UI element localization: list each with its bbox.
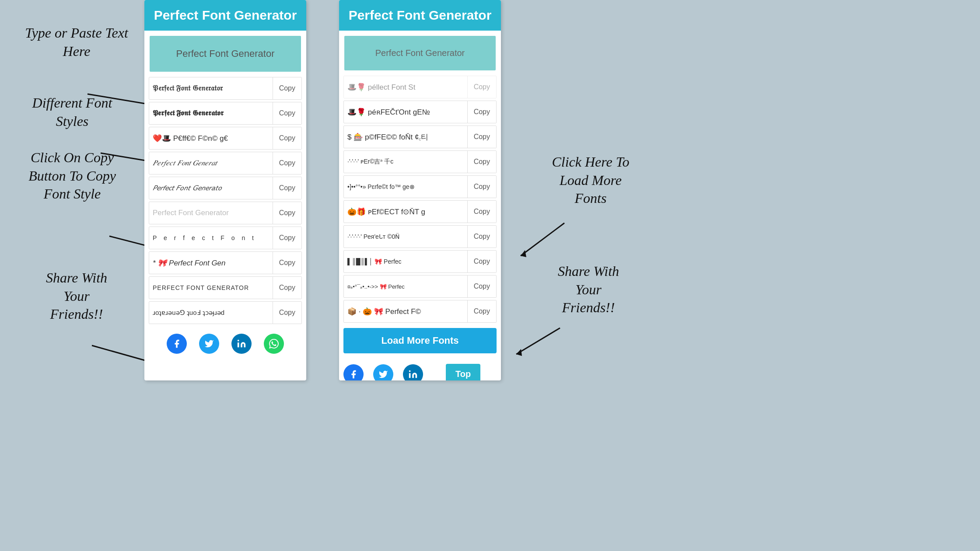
twitter-icon-left[interactable] <box>199 334 219 354</box>
copy-btn-7[interactable]: Copy <box>273 227 301 249</box>
annotation-share-right: Share WithYourFriends!! <box>523 262 654 317</box>
font-text-r8: ¤ₐ•°¯ₐ•..•->> 🎀 Perfec <box>344 282 467 292</box>
top-button[interactable]: Top <box>446 364 480 380</box>
copy-btn-r9[interactable]: Copy <box>467 300 496 322</box>
copy-btn-r1[interactable]: Copy <box>467 101 496 123</box>
font-row-10: ɹoʇɐɹǝuǝ⅁ ʇuoℲ ʇɔǝɟɹǝd Copy <box>149 301 302 324</box>
linkedin-icon-right[interactable] <box>403 364 423 381</box>
font-text-r3: ·'·'·'·' ᴘEr©️吉ᵃ 千c <box>344 156 467 167</box>
copy-btn-10[interactable]: Copy <box>273 302 301 324</box>
font-row-r8: ¤ₐ•°¯ₐ•..•->> 🎀 Perfec Copy <box>343 275 497 298</box>
font-row-1: 𝔓𝔢𝔯𝔣𝔢𝔠𝔱 𝔉𝔬𝔫𝔱 𝔊𝔢𝔫𝔢𝔯𝔞𝔱𝔬𝔯 Copy <box>149 77 302 100</box>
annotation-load-more: Click Here ToLoad MoreFonts <box>523 153 658 208</box>
annotation-share-left: Share WithYourFriends!! <box>18 269 136 324</box>
font-row-r3: ·'·'·'·' ᴘEr©️吉ᵃ 千c Copy <box>343 150 497 173</box>
arrow-load-more <box>481 210 612 262</box>
panel-left: Perfect Font Generator Perfect Font Gene… <box>144 0 306 380</box>
font-row-r7: ▌║█║▌│ 🎀 Perfec Copy <box>343 250 497 273</box>
copy-btn-r4[interactable]: Copy <box>467 176 496 198</box>
copy-btn-r8[interactable]: Copy <box>467 276 496 297</box>
copy-btn-r2[interactable]: Copy <box>467 126 496 148</box>
twitter-icon-right[interactable] <box>373 364 393 381</box>
facebook-icon-left[interactable] <box>167 334 187 354</box>
svg-marker-13 <box>516 349 522 356</box>
font-text-10: ɹoʇɐɹǝuǝ⅁ ʇuoℲ ʇɔǝɟɹǝd <box>149 307 273 318</box>
font-row-r2: $ 🎰 p©️fFE©️© foŇt ¢꜀티 Copy <box>343 126 497 148</box>
panel-right-header: Perfect Font Generator <box>339 0 501 31</box>
font-text-3: ❤️🎩 P€ff€©️ F©️n© g€ <box>149 132 273 145</box>
font-text-5: 𝘗𝘦𝘳𝘧𝘦𝘤𝘵 𝘍𝘰𝘯𝘵 𝘎𝘦𝘯𝘦𝘳𝘢𝘵𝘰 <box>149 182 273 194</box>
font-text-r6: ·'·'·'·'·' Pея'еᒐт ©️0N̈ <box>344 231 467 242</box>
copy-btn-r7[interactable]: Copy <box>467 251 496 272</box>
copy-btn-5[interactable]: Copy <box>273 177 301 199</box>
font-text-r0: 🎩🌹 péllect Font St <box>344 81 467 94</box>
annotation-font-styles: Different FontStyles <box>4 94 140 130</box>
copy-btn-1[interactable]: Copy <box>273 77 301 99</box>
copy-btn-2[interactable]: Copy <box>273 102 301 124</box>
panel-right: Perfect Font Generator Perfect Font Gene… <box>339 0 501 380</box>
svg-point-9 <box>409 370 411 372</box>
copy-btn-4[interactable]: Copy <box>273 152 301 174</box>
whatsapp-icon-left[interactable] <box>264 334 284 354</box>
svg-point-8 <box>238 340 239 342</box>
copy-btn-r3[interactable]: Copy <box>467 151 496 173</box>
linkedin-icon-left[interactable] <box>231 334 252 354</box>
social-bar-left <box>144 328 306 361</box>
font-row-8: * 🎀 Perfect Font Gen Copy <box>149 251 302 274</box>
panel-left-input[interactable]: Perfect Font Generator <box>150 36 301 72</box>
font-row-4: 𝑃𝑒𝑟𝑓𝑒𝑐𝑡 𝐹𝑜𝑛𝑡 𝐺𝑒𝑛𝑒𝑟𝑎𝑡 Copy <box>149 152 302 174</box>
font-row-5: 𝘗𝘦𝘳𝘧𝘦𝘤𝘵 𝘍𝘰𝘯𝘵 𝘎𝘦𝘯𝘦𝘳𝘢𝘵𝘰 Copy <box>149 177 302 199</box>
font-text-r2: $ 🎰 p©️fFE©️© foŇt ¢꜀티 <box>344 130 467 144</box>
font-row-2: 𝕻𝖊𝖗𝖋𝖊𝖈𝖙 𝕱𝖔𝖓𝖙 𝕲𝖊𝖓𝖊𝖗𝖆𝖙𝖔𝖗 Copy <box>149 102 302 125</box>
svg-line-12 <box>516 328 560 354</box>
svg-line-10 <box>521 223 564 256</box>
font-row-9: PERFECT FONT GENERATOR Copy <box>149 276 302 299</box>
copy-btn-6[interactable]: Copy <box>273 202 301 224</box>
font-text-8: * 🎀 Perfect Font Gen <box>149 257 273 269</box>
font-text-r7: ▌║█║▌│ 🎀 Perfec <box>344 256 467 267</box>
copy-btn-3[interactable]: Copy <box>273 127 301 149</box>
font-text-r4: •]••°°•» Pεrfe©️t fo™ ge⊗ <box>344 181 467 192</box>
facebook-icon-right[interactable] <box>343 364 364 381</box>
social-bar-right: Top <box>339 358 501 380</box>
panel-right-input[interactable]: Perfect Font Generator <box>344 36 496 70</box>
font-row-r0: 🎩🌹 péllect Font St Copy <box>343 76 497 98</box>
copy-btn-9[interactable]: Copy <box>273 277 301 299</box>
font-row-r1: 🎩🌹 péʀFEČt'Ont gE№ Copy <box>343 101 497 123</box>
copy-btn-8[interactable]: Copy <box>273 252 301 274</box>
font-text-7: P e r f e c t F o n t <box>149 233 273 243</box>
font-text-1: 𝔓𝔢𝔯𝔣𝔢𝔠𝔱 𝔉𝔬𝔫𝔱 𝔊𝔢𝔫𝔢𝔯𝔞𝔱𝔬𝔯 <box>149 82 273 94</box>
copy-btn-r5[interactable]: Copy <box>467 201 496 223</box>
font-text-r1: 🎩🌹 péʀFEČt'Ont gE№ <box>344 106 467 119</box>
annotation-type-paste: Type or Paste Text Here <box>13 24 140 60</box>
font-text-r5: 🎃🎁 ᴘEf©️ECT f⊙ŇT g <box>344 206 467 218</box>
font-row-6: Perfect Font Generator Copy <box>149 202 302 224</box>
font-row-r4: •]••°°•» Pεrfe©️t fo™ ge⊗ Copy <box>343 175 497 198</box>
load-more-button[interactable]: Load More Fonts <box>343 328 497 353</box>
font-text-4: 𝑃𝑒𝑟𝑓𝑒𝑐𝑡 𝐹𝑜𝑛𝑡 𝐺𝑒𝑛𝑒𝑟𝑎𝑡 <box>149 157 273 169</box>
svg-marker-11 <box>521 250 526 257</box>
font-text-2: 𝕻𝖊𝖗𝖋𝖊𝖈𝖙 𝕱𝖔𝖓𝖙 𝕲𝖊𝖓𝖊𝖗𝖆𝖙𝖔𝖗 <box>149 107 273 119</box>
copy-btn-r0[interactable]: Copy <box>467 76 496 98</box>
panel-left-header: Perfect Font Generator <box>144 0 306 31</box>
font-row-7: P e r f e c t F o n t Copy <box>149 227 302 249</box>
font-row-3: ❤️🎩 P€ff€©️ F©️n© g€ Copy <box>149 127 302 150</box>
font-text-9: PERFECT FONT GENERATOR <box>149 282 273 293</box>
font-row-r9: 📦 · 🎃 🎀 Perfect F©️ Copy <box>343 300 497 323</box>
copy-btn-r6[interactable]: Copy <box>467 226 496 248</box>
font-text-r9: 📦 · 🎃 🎀 Perfect F©️ <box>344 305 467 318</box>
font-text-6: Perfect Font Generator <box>149 207 273 219</box>
annotation-copy: Click On CopyButton To CopyFont Style <box>2 149 142 203</box>
font-row-r5: 🎃🎁 ᴘEf©️ECT f⊙ŇT g Copy <box>343 200 497 223</box>
font-row-r6: ·'·'·'·'·' Pея'еᒐт ©️0N̈ Copy <box>343 225 497 248</box>
